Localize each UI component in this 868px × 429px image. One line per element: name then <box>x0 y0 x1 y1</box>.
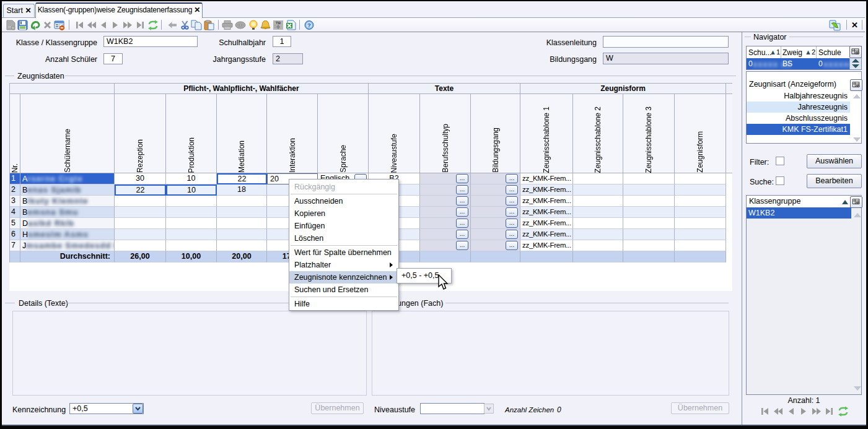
svg-text:TB: TB <box>276 21 281 25</box>
svg-text:?: ? <box>307 22 311 28</box>
